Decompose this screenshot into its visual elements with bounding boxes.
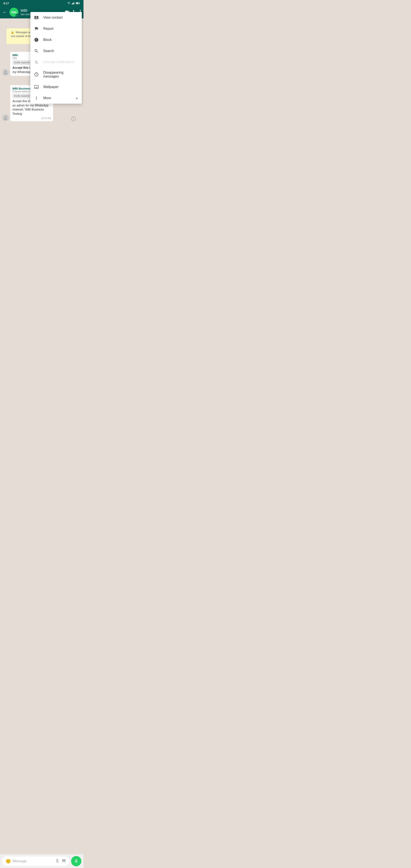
menu-item-search[interactable]: Search [30,45,82,57]
menu-item-more[interactable]: More ▶ [30,93,82,104]
dots-icon [34,95,39,101]
more-label: More [43,96,72,100]
svg-point-16 [37,73,38,73]
menu-item-wallpaper[interactable]: Wallpaper [30,82,82,93]
person-card-icon [34,15,39,20]
menu-item-unmute: Unmute notifications [30,57,82,68]
search-label: Search [43,49,78,53]
menu-item-report[interactable]: Report [30,23,82,34]
disappearing-label: Disappearing messages [43,71,78,79]
timer-icon [34,72,39,77]
block-circle-icon [34,37,39,42]
flag-icon [34,26,39,31]
dropdown-overlay[interactable]: View contact Report Block [0,0,84,181]
bell-off-icon [34,60,39,65]
unmute-label: Unmute notifications [43,60,78,64]
magnify-icon [34,49,39,54]
image-frame-icon [34,84,39,90]
block-label: Block [43,38,78,42]
context-menu: View contact Report Block [30,12,82,104]
menu-item-disappearing[interactable]: Disappearing messages [30,68,82,82]
menu-item-block[interactable]: Block [30,34,82,45]
report-label: Report [43,27,78,31]
menu-item-view-contact[interactable]: View contact [30,12,82,23]
more-arrow-icon: ▶ [76,96,78,100]
wallpaper-label: Wallpaper [43,85,78,89]
view-contact-label: View contact [43,16,78,20]
